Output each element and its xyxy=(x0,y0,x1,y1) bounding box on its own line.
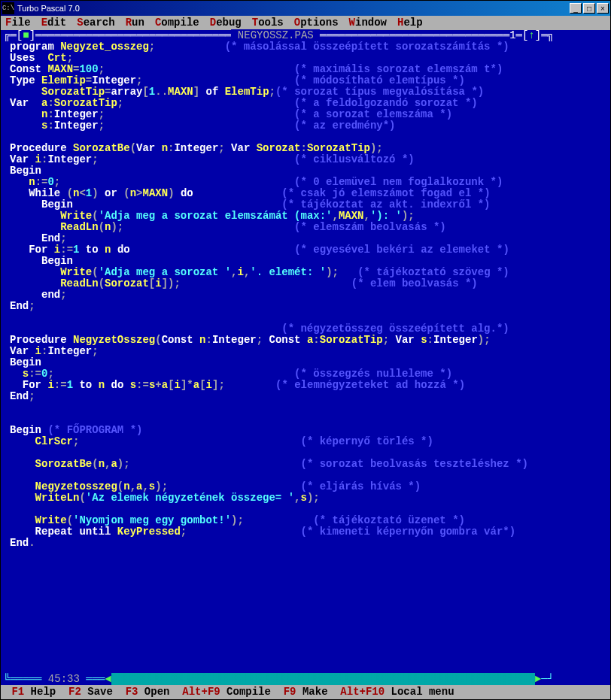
app-window: C:\ Turbo Pascal 7.0 _ □ × File Edit Sea… xyxy=(0,0,611,700)
window-title: Turbo Pascal 7.0 xyxy=(17,4,570,13)
menu-search[interactable]: Search xyxy=(77,17,114,29)
menu-options[interactable]: Options xyxy=(294,17,339,29)
app-icon: C:\ xyxy=(2,2,14,14)
cursor-position: 45:33 xyxy=(41,673,86,685)
minimize-button[interactable]: _ xyxy=(570,3,582,14)
titlebar: C:\ Turbo Pascal 7.0 _ □ × xyxy=(1,1,610,16)
ide-area: File Edit Search Run Compile Debug Tools… xyxy=(1,16,610,699)
menu-debug[interactable]: Debug xyxy=(210,17,242,29)
code-editor[interactable]: program Negyzet_osszeg; (* másolással ös… xyxy=(1,41,610,674)
close-button[interactable]: × xyxy=(597,3,609,14)
menubar: File Edit Search Run Compile Debug Tools… xyxy=(1,16,610,30)
editor-frame-bottom: ╚═════ 45:33 ═══◄■▒▒▒▒▒▒▒▒▒▒▒▒▒▒▒▒▒▒▒▒▒▒… xyxy=(1,674,610,685)
menu-file[interactable]: File xyxy=(5,17,31,29)
menu-help[interactable]: Help xyxy=(397,17,423,29)
menu-run[interactable]: Run xyxy=(126,17,144,29)
statusbar: F1 Help F2 Save F3 Open Alt+F9 Compile F… xyxy=(1,685,610,699)
menu-compile[interactable]: Compile xyxy=(155,17,199,29)
menu-edit[interactable]: Edit xyxy=(41,17,67,29)
menu-window[interactable]: Window xyxy=(349,17,387,29)
maximize-button[interactable]: □ xyxy=(583,3,595,14)
menu-tools[interactable]: Tools xyxy=(252,17,284,29)
editor-frame-top: ╔═[■]═══════════════════════════════ NEG… xyxy=(1,30,610,41)
